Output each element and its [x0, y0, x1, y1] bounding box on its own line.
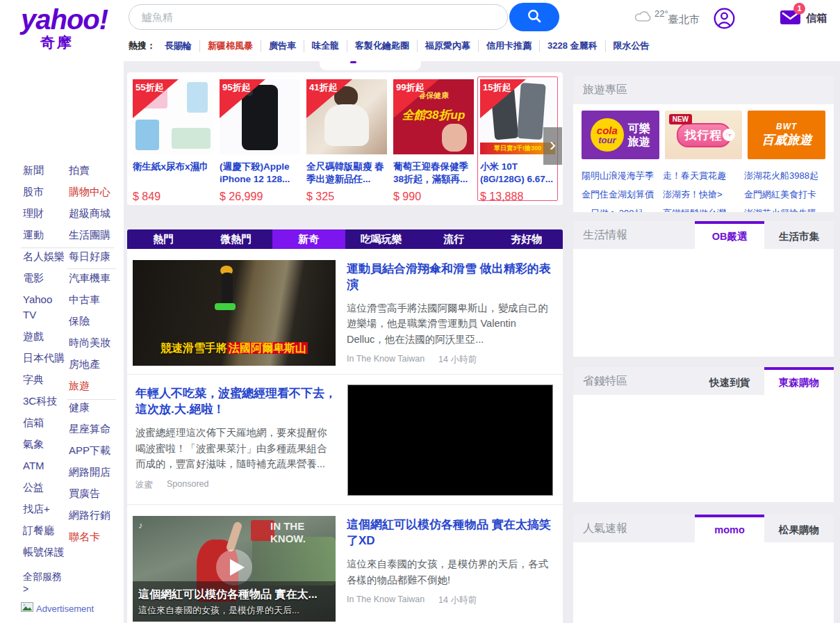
chevron-right-icon: › [550, 134, 556, 155]
travel-link[interactable]: 高鐵輕鬆遊台灣 [663, 204, 744, 212]
product-card[interactable]: 41折起 全尺碼韓版顯瘦 春季出遊新品任... $ 325 [306, 79, 387, 198]
profile-button[interactable] [713, 7, 736, 33]
sidebar-item-travel[interactable]: 旅遊 [69, 378, 119, 394]
yahoo-logo[interactable]: yahoo! 奇摩 [21, 4, 111, 52]
search-input[interactable] [129, 4, 508, 30]
sidebar-item-sports[interactable]: 運動 [23, 227, 67, 243]
trending-link[interactable]: 3228 金麗科 [540, 40, 606, 52]
sponsored-video-player[interactable] [347, 385, 553, 496]
trending-link[interactable]: 長賜輪 [157, 40, 200, 52]
sidebar-item-restaurants[interactable]: 訂餐廳 [23, 523, 67, 538]
sidebar-divider [67, 268, 116, 269]
article-title[interactable]: 這個網紅可以模仿各種物品 實在太搞笑了XD [347, 517, 552, 549]
sidebar-item-cobrand-card[interactable]: 聯名卡 [69, 529, 119, 544]
sidebar-item-celebrity[interactable]: 名人娛樂 [23, 249, 67, 264]
sidebar-item-super-mall[interactable]: 超級商城 [69, 206, 119, 221]
article-time: 14 小時前 [438, 594, 477, 606]
trending-link[interactable]: 味全龍 [304, 40, 347, 52]
clipped-tab-remnant[interactable] [320, 61, 421, 70]
sidebar-item-fashion-beauty[interactable]: 時尚美妝 [69, 335, 119, 350]
product-card[interactable]: 春保健康 全館38折up 99折起 葡萄王迎春保健季 38折起，滿額再... $… [393, 79, 474, 198]
sidebar-item-games[interactable]: 遊戲 [23, 329, 67, 344]
sidebar-item-charity[interactable]: 公益 [23, 480, 67, 495]
content-tab-bar: 熱門 微熱門 新奇 吃喝玩樂 流行 夯好物 [127, 229, 563, 249]
search-button[interactable] [509, 3, 559, 31]
sidebar-item-daily-deals[interactable]: 每日好康 [69, 249, 119, 264]
tab-etmall[interactable]: 東森購物 [764, 367, 834, 395]
sidebar-item-japan-proxy[interactable]: 日本代購 [23, 350, 67, 366]
tab-life-market[interactable]: 生活市集 [764, 221, 834, 249]
sidebar-item-autos[interactable]: 汽車機車 [69, 270, 119, 286]
travel-links: 陽明山浪漫海芋季 金門住金湖划算價 一日遊 > 398起 走！春天賞花趣 澎湖夯… [573, 159, 834, 212]
article-video-thumbnail[interactable]: ♪ IN THE KNOW. 這個網紅可以模仿各種物品 實在太... 這位來自泰… [133, 516, 336, 622]
travel-link[interactable]: 一日遊 > 398起 [582, 204, 663, 212]
travel-link[interactable]: 陽明山浪漫海芋季 [582, 166, 663, 185]
tab-pcone[interactable]: 松果購物 [764, 515, 834, 542]
trending-link[interactable]: 廣告車 [261, 40, 304, 52]
trending-link[interactable]: 信用卡推薦 [479, 40, 540, 52]
sidebar-item-dictionary[interactable]: 字典 [23, 372, 67, 387]
sidebar-item-shopping-mall[interactable]: 購物中心 [69, 184, 119, 200]
sidebar-item-atm[interactable]: ATM [23, 458, 67, 474]
tab-fast-delivery[interactable]: 快速到貨 [695, 367, 764, 395]
trending-link[interactable]: 限水公告 [606, 40, 657, 52]
sidebar-item-used-cars[interactable]: 中古車 [69, 292, 119, 307]
article-video-thumbnail[interactable]: 競速滑雪手將法國阿爾卑斯山 [133, 260, 336, 366]
tab-trendy[interactable]: 流行 [418, 229, 491, 249]
article-text: 運動員結合滑翔傘和滑雪 做出精彩的表演 這位滑雪高手將法國阿爾卑斯山，變成自己的… [347, 260, 552, 366]
life-info-header: 生活情報 OB嚴選 生活市集 [573, 221, 834, 249]
sidebar-item-auction[interactable]: 拍賣 [69, 163, 119, 178]
tab-ob-select[interactable]: OB嚴選 [695, 221, 764, 249]
trending-link[interactable]: 新疆棉風暴 [200, 40, 261, 52]
money-saving-title: 省錢特區 [583, 367, 627, 395]
article-source: 波蜜 [135, 479, 153, 491]
banner-cola-tour[interactable]: cola tour 可樂 旅遊 [582, 111, 659, 159]
mail-label: 信箱 [806, 12, 827, 25]
sidebar-item-3c-tech[interactable]: 3C科技 [23, 394, 67, 409]
sidebar-item-marketing[interactable]: 網路行銷 [69, 508, 119, 523]
product-card[interactable]: 55折起 衛生紙x尿布x濕巾 $ 849 [133, 79, 213, 198]
travel-link[interactable]: 走！春天賞花趣 [663, 166, 744, 185]
sidebar-item-real-estate[interactable]: 房地產 [69, 357, 119, 372]
sidebar-item-movies[interactable]: 電影 [23, 270, 67, 286]
article-title[interactable]: 運動員結合滑翔傘和滑雪 做出精彩的表演 [347, 261, 552, 293]
sidebar-item-mail[interactable]: 信箱 [23, 415, 67, 430]
product-card[interactable]: 95折起 (週慶下殺)Apple iPhone 12 128... $ 26,9… [220, 79, 300, 198]
weather-widget[interactable]: 22° 臺北市 [634, 8, 700, 26]
sidebar-item-health[interactable]: 健康 [69, 400, 119, 415]
sidebar-item-find-store[interactable]: 找店+ [23, 501, 67, 517]
article-title[interactable]: 年輕人不吃菜，波蜜總經理看不下去，這次放.大.絕啦！ [135, 386, 336, 418]
sidebar-item-group-buy[interactable]: 生活團購 [69, 227, 119, 243]
sidebar-item-astrology[interactable]: 星座算命 [69, 421, 119, 437]
travel-link[interactable]: 澎湖花火節搶先購 [744, 204, 825, 212]
carousel-next-button[interactable]: › [543, 127, 562, 165]
travel-link[interactable]: 金門住金湖划算價 [582, 185, 663, 204]
tab-momo[interactable]: momo [695, 515, 764, 542]
sidebar-item-weather[interactable]: 氣象 [23, 437, 67, 452]
travel-link[interactable]: 澎湖夯！快搶> [663, 185, 744, 204]
mail-button[interactable]: 1 信箱 [780, 8, 827, 28]
sidebar-item-insurance[interactable]: 保險 [69, 314, 119, 329]
sidebar-item-app-download[interactable]: APP下載 [69, 443, 119, 458]
banner-bwt-travel[interactable]: BWT 百威旅遊 [748, 111, 825, 159]
sidebar-item-news[interactable]: 新聞 [23, 163, 67, 178]
tab-mildly-hot[interactable]: 微熱門 [200, 229, 273, 249]
article-text: 這個網紅可以模仿各種物品 實在太搞笑了XD 這位來自泰國的女孩，是模仿界的天后，… [347, 516, 552, 622]
life-info-title: 生活情報 [583, 221, 627, 249]
tab-eat-drink-play[interactable]: 吃喝玩樂 [345, 229, 418, 249]
sidebar-item-yahoo-tv[interactable]: Yahoo TV [23, 292, 67, 323]
trending-link[interactable]: 客製化鑰匙圈 [347, 40, 418, 52]
tab-hot-goods[interactable]: 夯好物 [491, 229, 563, 249]
sidebar-all-services[interactable]: 全部服務 > [23, 571, 67, 594]
tab-novel[interactable]: 新奇 [272, 229, 345, 249]
sidebar-item-open-store[interactable]: 網路開店 [69, 464, 119, 480]
sidebar-item-buy-ads[interactable]: 買廣告 [69, 486, 119, 501]
sidebar-item-finance[interactable]: 理財 [23, 206, 67, 221]
sidebar-item-stocks[interactable]: 股市 [23, 184, 67, 200]
banner-find-trip[interactable]: NEW 找行程 ☞ [665, 111, 743, 159]
sidebar-item-account-protect[interactable]: 帳號保護 [23, 544, 67, 560]
travel-link[interactable]: 澎湖花火船3988起 [744, 166, 825, 185]
trending-link[interactable]: 福原愛內幕 [418, 40, 479, 52]
tab-hot[interactable]: 熱門 [127, 229, 200, 249]
travel-link[interactable]: 金門網紅美食打卡 [744, 185, 825, 204]
